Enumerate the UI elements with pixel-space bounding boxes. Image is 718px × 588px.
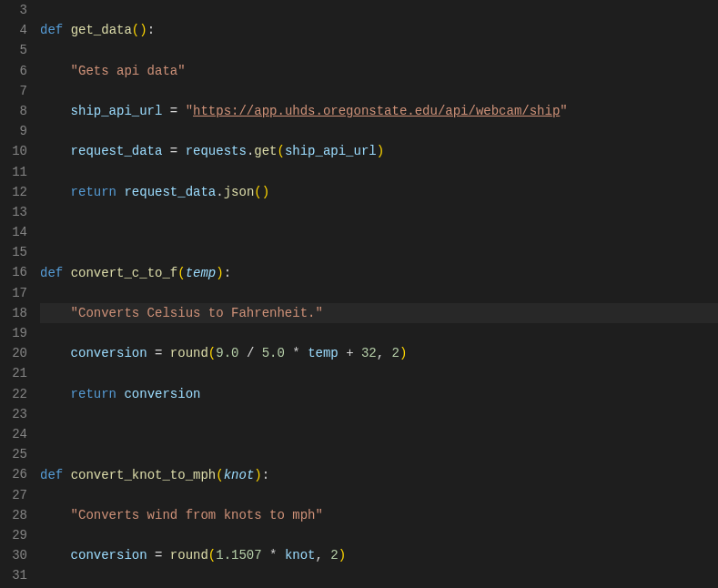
line-number: 3 bbox=[0, 0, 27, 20]
line-number: 23 bbox=[0, 404, 27, 424]
line-number: 10 bbox=[0, 141, 27, 161]
line-number: 14 bbox=[0, 222, 27, 242]
line-number: 13 bbox=[0, 202, 27, 222]
line-number: 19 bbox=[0, 323, 27, 343]
line-number: 25 bbox=[0, 444, 27, 464]
code-line: "Converts wind from knots to mph" bbox=[40, 505, 718, 525]
line-number-gutter: 3456789101112131415161718192021222324252… bbox=[0, 0, 40, 588]
code-line: conversion = round(9.0 / 5.0 * temp + 32… bbox=[40, 343, 718, 363]
line-number: 22 bbox=[0, 384, 27, 404]
line-number: 29 bbox=[0, 525, 27, 545]
code-line: return conversion bbox=[40, 384, 718, 404]
line-number: 18 bbox=[0, 303, 27, 323]
line-number: 7 bbox=[0, 81, 27, 101]
code-line: "Converts Celsius to Fahrenheit." bbox=[40, 303, 718, 323]
line-number: 28 bbox=[0, 505, 27, 525]
line-number: 31 bbox=[0, 565, 27, 585]
line-number: 8 bbox=[0, 101, 27, 121]
line-number: 20 bbox=[0, 343, 27, 363]
line-number: 27 bbox=[0, 485, 27, 505]
code-line: def get_data(): bbox=[40, 20, 718, 40]
line-number: 17 bbox=[0, 283, 27, 303]
line-number: 11 bbox=[0, 162, 27, 182]
line-number: 9 bbox=[0, 121, 27, 141]
line-number: 21 bbox=[0, 363, 27, 383]
code-line: "Gets api data" bbox=[40, 61, 718, 81]
line-number: 16 bbox=[0, 262, 27, 282]
line-number: 24 bbox=[0, 424, 27, 444]
line-number: 5 bbox=[0, 40, 27, 60]
code-line: ship_api_url = "https://app.uhds.oregons… bbox=[40, 101, 718, 121]
code-editor[interactable]: 3456789101112131415161718192021222324252… bbox=[0, 0, 718, 588]
code-line: conversion = round(1.1507 * knot, 2) bbox=[40, 545, 718, 565]
code-line: def convert_knot_to_mph(knot): bbox=[40, 465, 718, 485]
line-number: 26 bbox=[0, 464, 27, 484]
line-number: 6 bbox=[0, 61, 27, 81]
line-number: 12 bbox=[0, 182, 27, 202]
line-number: 4 bbox=[0, 20, 27, 40]
code-line bbox=[40, 424, 718, 444]
code-line: request_data = requests.get(ship_api_url… bbox=[40, 141, 718, 161]
line-number: 15 bbox=[0, 242, 27, 262]
code-line: def convert_c_to_f(temp): bbox=[40, 263, 718, 283]
code-area[interactable]: def get_data(): "Gets api data" ship_api… bbox=[40, 0, 718, 588]
code-line bbox=[40, 222, 718, 242]
code-line: return request_data.json() bbox=[40, 182, 718, 202]
line-number: 30 bbox=[0, 545, 27, 565]
